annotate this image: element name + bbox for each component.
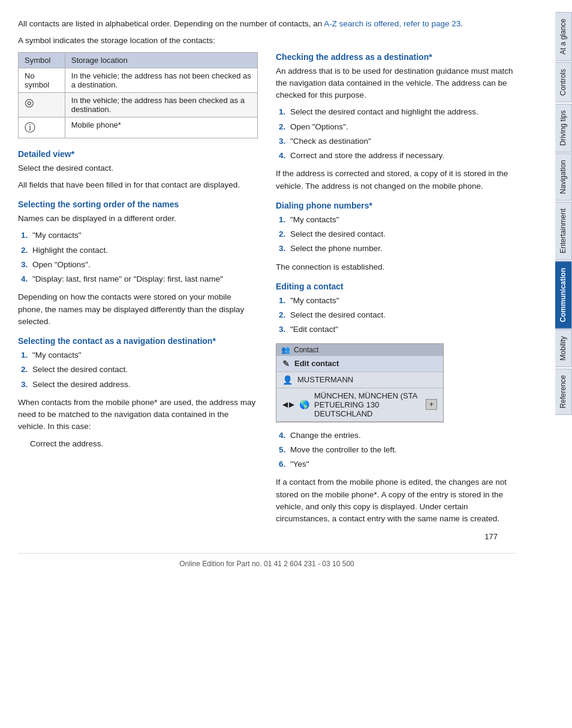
edit-contact-row: ✎ Edit contact xyxy=(276,356,443,372)
left-column: Symbol Storage location No symbol In the… xyxy=(18,52,258,530)
symbol-cell: No symbol xyxy=(19,68,65,92)
editing-section: Editing a contact "My contacts" Select t… xyxy=(276,282,516,525)
check-step-4: Correct and store the address if necessa… xyxy=(288,150,516,162)
symbol-cell-nav: ◎ xyxy=(19,92,65,117)
dial-step-3: Select the phone number. xyxy=(288,243,516,255)
sidebar-tab-reference[interactable]: Reference xyxy=(555,368,572,415)
right-column: Checking the address as a destination* A… xyxy=(276,52,516,530)
screenshot-titlebar: 👥 Contact xyxy=(276,344,443,356)
az-search-link[interactable]: A-Z search is offered, refer to page 23 xyxy=(324,19,460,28)
checking-address-section: Checking the address as a destination* A… xyxy=(276,52,516,192)
dialing-note: The connection is established. xyxy=(276,261,516,273)
sorting-steps: "My contacts" Highlight the contact. Ope… xyxy=(30,229,258,285)
nav-step-3: Select the desired address. xyxy=(30,379,258,391)
table-header-symbol: Symbol xyxy=(19,52,65,68)
dial-step-1: "My contacts" xyxy=(288,214,516,226)
dialing-section: Dialing phone numbers* "My contacts" Sel… xyxy=(276,201,516,273)
contact-screenshot: 👥 Contact ✎ Edit contact 👤 MUSTERMANN xyxy=(276,343,444,422)
editing-steps-before: "My contacts" Select the desired contact… xyxy=(288,295,516,336)
nav-arrows: ◀ ▶ xyxy=(282,400,294,409)
symbol-cell-mobile: ⓘ xyxy=(19,117,65,138)
detailed-view-text2: All fields that have been filled in for … xyxy=(18,179,258,191)
sidebar-tab-driving-tips[interactable]: Driving tips xyxy=(555,104,572,152)
edit-step-4: Change the entries. xyxy=(288,430,516,442)
table-row: ⓘ Mobile phone* xyxy=(19,117,258,138)
page-footer: Online Edition for Part no. 01 41 2 604 … xyxy=(18,553,516,572)
globe-icon: 🌎 xyxy=(299,400,309,409)
description-cell: In the vehicle; the address has not been… xyxy=(65,68,257,92)
checking-steps: Select the desired contact and highlight… xyxy=(288,106,516,162)
arrow-right-icon: ▶ xyxy=(289,400,294,409)
check-step-1: Select the desired contact and highlight… xyxy=(288,106,516,118)
sorting-order-note: Depending on how the contacts were store… xyxy=(18,291,258,328)
nav-step-2: Select the desired contact. xyxy=(30,364,258,376)
check-step-2: Open "Options". xyxy=(288,121,516,133)
edit-step-2: Select the desired contact. xyxy=(288,309,516,321)
checking-address-text1: An address that is to be used for destin… xyxy=(276,65,516,102)
contact-icon: 👥 xyxy=(281,346,290,354)
edit-icon: ✎ xyxy=(282,359,290,368)
editing-note: If a contact from the mobile phone is ed… xyxy=(276,476,516,525)
description-cell-nav: In the vehicle; the address has been che… xyxy=(65,92,257,117)
edit-step-3: "Edit contact" xyxy=(288,324,516,336)
editing-heading: Editing a contact xyxy=(276,282,516,291)
sidebar-tab-controls[interactable]: Controls xyxy=(555,62,572,102)
sorting-order-intro: Names can be displayed in a different or… xyxy=(18,213,258,225)
sorting-order-heading: Selecting the sorting order of the names xyxy=(18,200,258,209)
edit-step-5: Move the controller to the left. xyxy=(288,444,516,456)
main-content: All contacts are listed in alphabetical … xyxy=(0,0,528,728)
nav-dest-note2: Correct the address. xyxy=(30,438,258,450)
step-2: Highlight the contact. xyxy=(30,244,258,256)
step-4: "Display: last, first name" or "Display:… xyxy=(30,273,258,285)
nav-destination-heading: Selecting the contact as a navigation de… xyxy=(18,336,258,346)
check-step-3: "Check as destination" xyxy=(288,135,516,147)
intro-paragraph: All contacts are listed in alphabetical … xyxy=(18,18,516,30)
address-row: ◀ ▶ 🌎 MÜNCHEN, MÜNCHEN (STA PETUELRING 1… xyxy=(276,388,443,422)
symbol-intro: A symbol indicates the storage location … xyxy=(18,35,516,47)
sorting-order-section: Selecting the sorting order of the names… xyxy=(18,200,258,328)
person-icon: 👤 xyxy=(282,375,293,385)
screenshot-title: Contact xyxy=(294,346,318,354)
nav-step-1: "My contacts" xyxy=(30,349,258,361)
edit-step-1: "My contacts" xyxy=(288,295,516,307)
checking-address-heading: Checking the address as a destination* xyxy=(276,52,516,62)
address-line2: PETUELRING 130 xyxy=(314,400,421,409)
table-row: No symbol In the vehicle; the address ha… xyxy=(19,68,258,92)
checking-note: If the address is corrected and stored, … xyxy=(276,168,516,192)
address-text: MÜNCHEN, MÜNCHEN (STA PETUELRING 130 DEU… xyxy=(314,391,421,418)
mustermann-label: MUSTERMANN xyxy=(297,375,353,384)
sidebar-tab-mobility[interactable]: Mobility xyxy=(555,330,572,367)
plus-button[interactable]: + xyxy=(426,399,437,410)
sidebar-tab-entertainment[interactable]: Entertainment xyxy=(555,202,572,260)
sidebar-tab-at-a-glance[interactable]: At a glance xyxy=(555,12,572,61)
table-row: ◎ In the vehicle; the address has been c… xyxy=(19,92,258,117)
dialing-heading: Dialing phone numbers* xyxy=(276,201,516,210)
nav-dest-steps: "My contacts" Select the desired contact… xyxy=(30,349,258,391)
dial-step-2: Select the desired contact. xyxy=(288,228,516,240)
address-line3: DEUTSCHLAND xyxy=(314,409,421,418)
sidebar-tab-navigation[interactable]: Navigation xyxy=(555,153,572,201)
edit-contact-label: Edit contact xyxy=(294,359,339,368)
detailed-view-text1: Select the desired contact. xyxy=(18,162,258,174)
step-3: Open "Options". xyxy=(30,259,258,271)
dialing-steps: "My contacts" Select the desired contact… xyxy=(288,214,516,255)
sidebar: At a glance Controls Driving tips Naviga… xyxy=(528,0,572,728)
edit-step-6: "Yes" xyxy=(288,458,516,470)
nav-dest-note1: When contacts from the mobile phone* are… xyxy=(18,397,258,433)
address-line1: MÜNCHEN, MÜNCHEN (STA xyxy=(314,391,421,400)
storage-table: Symbol Storage location No symbol In the… xyxy=(18,52,258,138)
table-header-location: Storage location xyxy=(65,52,257,68)
editing-steps-after: Change the entries. Move the controller … xyxy=(288,430,516,471)
detailed-view-section: Detailed view* Select the desired contac… xyxy=(18,149,258,192)
two-col-layout: Symbol Storage location No symbol In the… xyxy=(18,52,516,530)
screenshot-body: ✎ Edit contact 👤 MUSTERMANN ◀ ▶ xyxy=(276,356,443,422)
sidebar-tab-communication[interactable]: Communication xyxy=(555,261,572,329)
arrow-left-icon: ◀ xyxy=(282,400,288,409)
mustermann-row: 👤 MUSTERMANN xyxy=(276,372,443,388)
nav-destination-section: Selecting the contact as a navigation de… xyxy=(18,336,258,450)
step-1: "My contacts" xyxy=(30,229,258,241)
page-number: 177 xyxy=(18,530,516,541)
description-cell-mobile: Mobile phone* xyxy=(65,117,257,138)
detailed-view-heading: Detailed view* xyxy=(18,149,258,159)
